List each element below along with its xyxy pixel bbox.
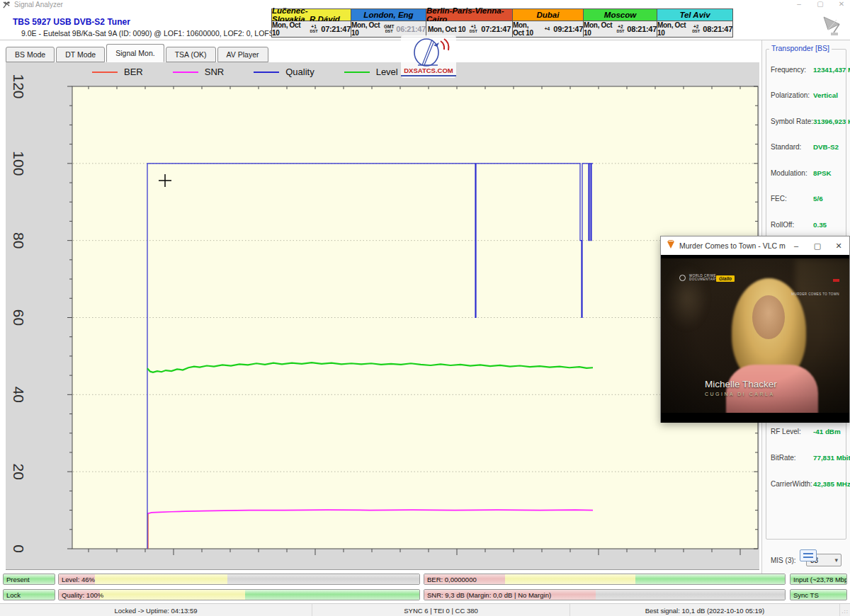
dxsatcs-watermark-text: DXSATCS.COM bbox=[401, 67, 456, 76]
channel-logo-icon bbox=[679, 275, 686, 281]
quality-progressbar: Quality: 100% bbox=[58, 589, 420, 600]
clock-zone: GMTDST bbox=[384, 25, 394, 33]
window-close-icon[interactable]: ✕ bbox=[834, 0, 849, 8]
sync-ts-indicator: Sync TS bbox=[790, 589, 847, 600]
caption-name: Michelle Thacker bbox=[705, 379, 777, 389]
transponder-value: 0.35 bbox=[813, 221, 827, 229]
clock-city: Lučenec-Slovakia_R.Dávid bbox=[272, 9, 351, 21]
clock-time: Mon, Oct 10+2DST08:21:47 bbox=[584, 21, 657, 37]
vlc-close-icon[interactable]: ✕ bbox=[828, 241, 849, 251]
chart-plot-area[interactable]: 120100806040200 bbox=[6, 62, 759, 570]
mis-label: MIS (3): bbox=[771, 557, 796, 564]
transponder-value: 42,385 MHz bbox=[813, 480, 850, 488]
app-icon bbox=[3, 1, 11, 8]
vlc-video-area[interactable]: WORLD CRIMEDOCUMENTARY Giallo MURDER COM… bbox=[661, 255, 849, 423]
transponder-value: DVB-S2 bbox=[813, 143, 839, 151]
tab-signal-mon-[interactable]: Signal Mon. bbox=[106, 44, 164, 62]
clock-date: Mon, Oct 10 bbox=[272, 21, 307, 37]
tab-strip: BS ModeDT ModeSignal Mon.TSA (OK)AV Play… bbox=[6, 44, 268, 62]
vlc-titlebar[interactable]: Murder Comes to Town - VLC media player … bbox=[661, 236, 849, 255]
clock-time: Mon, Oct 10+2DST08:21:47 bbox=[657, 21, 732, 37]
transponder-row: RF Level:-41 dBm bbox=[762, 428, 850, 438]
legend-label: BER bbox=[124, 67, 143, 77]
signal-monitor-chart: 120100806040200 BERSNRQualityLevel bbox=[6, 62, 759, 570]
chart-legend: BERSNRQualityLevel bbox=[92, 67, 398, 77]
transponder-value: 12341,437 MHz bbox=[813, 66, 850, 74]
transponder-label: Polarization: bbox=[771, 91, 810, 99]
clock-city: Dubai bbox=[513, 9, 584, 21]
legend-item-quality: Quality bbox=[254, 67, 314, 77]
clock-dst-flag: DST bbox=[692, 30, 700, 34]
clock-date: Mon, Oct 10 bbox=[351, 21, 382, 37]
y-axis-tick-label: 40 bbox=[11, 387, 27, 403]
dxsatcs-dish-icon bbox=[401, 35, 456, 68]
window-minimize-icon[interactable]: – bbox=[792, 0, 806, 8]
window-title: Signal Analyzer bbox=[14, 1, 63, 8]
tab-dt-mode[interactable]: DT Mode bbox=[56, 47, 105, 62]
legend-line-swatch bbox=[344, 72, 370, 73]
transponder-label: Frequency: bbox=[771, 66, 806, 74]
stream-list-button[interactable] bbox=[800, 549, 817, 561]
status-uptime: Locked -> Uptime: 04:13:59 bbox=[0, 604, 312, 616]
clock-city: Tel Aviv bbox=[657, 9, 732, 21]
legend-item-ber: BER bbox=[92, 67, 143, 77]
legend-label: Quality bbox=[285, 67, 314, 77]
transponder-row: Polarization:Vertical bbox=[762, 91, 850, 101]
clock-header-row: Lučenec-Slovakia_R.DávidLondon, EngBerli… bbox=[272, 9, 732, 21]
vlc-maximize-icon[interactable]: ▢ bbox=[807, 241, 828, 251]
vlc-minimize-icon[interactable]: – bbox=[786, 241, 807, 250]
transponder-label: RF Level: bbox=[771, 428, 801, 435]
legend-line-swatch bbox=[254, 72, 279, 73]
clock-dst-flag: DST bbox=[616, 30, 624, 34]
clock-time-value: 09:21:47 bbox=[553, 25, 583, 33]
clock-dst-flag: DST bbox=[310, 30, 318, 34]
clock-dst-flag: DST bbox=[470, 30, 477, 34]
y-axis-tick-label: 0 bbox=[11, 544, 27, 553]
tab-av-player[interactable]: AV Player bbox=[217, 47, 268, 62]
transponder-label: CarrierWidth: bbox=[771, 480, 812, 488]
legend-item-snr: SNR bbox=[173, 67, 224, 77]
transponder-label: FEC: bbox=[771, 195, 787, 203]
video-scene: WORLD CRIMEDOCUMENTARY Giallo MURDER COM… bbox=[661, 258, 849, 413]
transponder-label: BitRate: bbox=[771, 454, 796, 462]
status-sync-counters: SYNC 6 | TEI 0 | CC 380 bbox=[312, 604, 570, 616]
transponder-value: 8PSK bbox=[813, 169, 832, 177]
clock-time: Mon, Oct 10+1DST07:21:47 bbox=[272, 21, 351, 37]
resize-grip[interactable]: .:: bbox=[842, 608, 849, 615]
clock-time-value: 07:21:47 bbox=[321, 25, 351, 33]
transponder-label: Standard: bbox=[771, 143, 801, 151]
clock-utc-offset: +4 bbox=[545, 27, 550, 32]
y-axis-tick-label: 60 bbox=[11, 309, 27, 326]
caption-subtitle: CUGINA DI CARLA bbox=[705, 392, 777, 397]
transponder-label: RollOff: bbox=[771, 221, 794, 229]
chevron-down-icon: ▾ bbox=[834, 557, 838, 564]
tab-tsa-ok-[interactable]: TSA (OK) bbox=[166, 47, 216, 62]
clock-date: Mon, Oct 10 bbox=[428, 25, 465, 33]
transponder-row: Frequency:12341,437 MHz bbox=[762, 66, 850, 76]
legend-line-swatch bbox=[173, 72, 198, 73]
world-clock-table: Lučenec-Slovakia_R.DávidLondon, EngBerli… bbox=[271, 8, 733, 38]
clock-city: Berlin-Paris-Vienna-Cairo bbox=[426, 9, 513, 21]
clock-zone: +1DST bbox=[468, 25, 479, 33]
channel-logo: WORLD CRIMEDOCUMENTARY bbox=[679, 274, 718, 282]
vlc-window-title: Murder Comes to Town - VLC media player bbox=[679, 241, 786, 250]
transponder-label: Symbol Rate: bbox=[771, 118, 813, 125]
clock-time-value: 06:21:47 bbox=[396, 25, 426, 33]
clock-time: Mon, Oct 10+409:21:47 bbox=[513, 21, 584, 37]
clock-date: Mon, Oct 10 bbox=[513, 21, 541, 37]
transponder-row: RollOff:0.35 bbox=[762, 221, 850, 231]
clock-time: Mon, Oct 10+1DST07:21:47 bbox=[426, 21, 513, 37]
transponder-value: -41 dBm bbox=[813, 428, 841, 435]
y-axis-tick-label: 120 bbox=[11, 74, 27, 98]
status-bar: Locked -> Uptime: 04:13:59 SYNC 6 | TEI … bbox=[0, 603, 850, 616]
vlc-window[interactable]: Murder Comes to Town - VLC media player … bbox=[660, 236, 850, 423]
window-maximize-icon[interactable]: ▢ bbox=[813, 0, 827, 8]
tab-bs-mode[interactable]: BS Mode bbox=[6, 47, 55, 62]
clock-time-value: 08:21:47 bbox=[627, 25, 657, 33]
legend-line-swatch bbox=[92, 72, 118, 73]
stream-list-icon bbox=[803, 553, 813, 554]
legend-label: SNR bbox=[205, 67, 224, 77]
app-window: Signal Analyzer – ▢ ✕ TBS 5927 USB DVB-S… bbox=[0, 0, 850, 616]
transponder-row: CarrierWidth:42,385 MHz bbox=[762, 480, 850, 490]
transponder-row: Symbol Rate:31396,923 KS/s bbox=[762, 118, 850, 127]
